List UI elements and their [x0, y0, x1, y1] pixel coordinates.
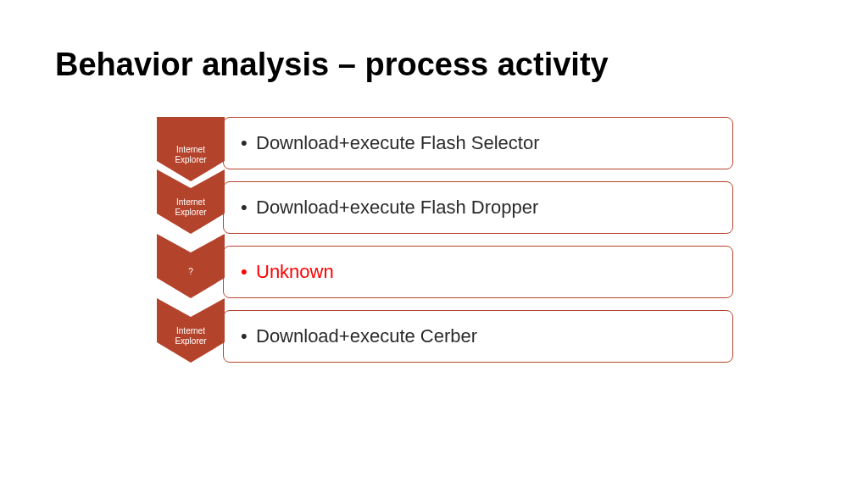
step-text: Download+execute Cerber — [256, 325, 477, 347]
flow-step: Internet Explorer • Download+execute Cer… — [157, 310, 733, 363]
chevron: Internet Explorer — [157, 117, 225, 169]
bullet-icon: • — [241, 325, 256, 347]
chevron-label: Internet Explorer — [157, 298, 225, 363]
bullet-icon: • — [241, 132, 256, 154]
step-content: • Download+execute Cerber — [223, 310, 733, 363]
flow-step: ? • Unknown — [157, 246, 733, 298]
slide: Behavior analysis – process activity Int… — [0, 0, 868, 488]
flow-step: Internet Explorer • Download+execute Fla… — [157, 181, 733, 234]
step-text: Download+execute Flash Selector — [256, 132, 539, 154]
chevron: ? — [157, 234, 225, 298]
chevron-label: ? — [157, 234, 225, 298]
bullet-icon: • — [241, 197, 256, 219]
process-flow: Internet Explorer • Download+execute Fla… — [157, 117, 733, 374]
step-content: • Download+execute Flash Selector — [223, 117, 733, 169]
chevron: Internet Explorer — [157, 169, 225, 234]
slide-title: Behavior analysis – process activity — [55, 47, 813, 83]
bullet-icon: • — [241, 261, 256, 283]
step-text: Unknown — [256, 261, 334, 283]
step-text: Download+execute Flash Dropper — [256, 197, 538, 219]
step-content: • Download+execute Flash Dropper — [223, 181, 733, 234]
chevron: Internet Explorer — [157, 298, 225, 363]
flow-step: Internet Explorer • Download+execute Fla… — [157, 117, 733, 169]
step-content: • Unknown — [223, 246, 733, 298]
chevron-label: Internet Explorer — [157, 169, 225, 234]
